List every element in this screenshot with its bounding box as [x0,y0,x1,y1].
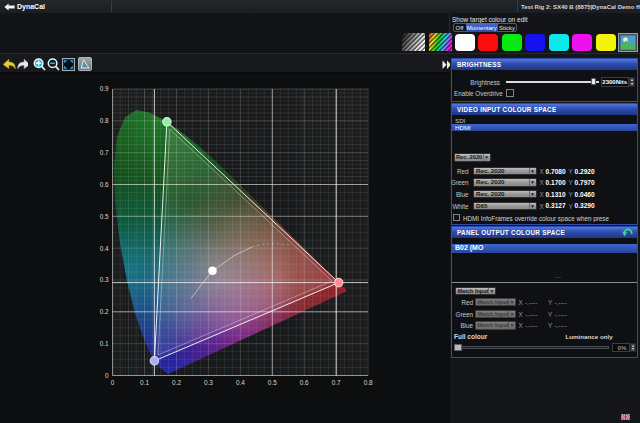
svg-text:0.9: 0.9 [100,85,109,92]
svg-text:0.3: 0.3 [100,276,109,283]
svg-text:0.6: 0.6 [300,379,309,386]
svg-text:0.8: 0.8 [100,117,109,124]
svg-text:0.2: 0.2 [100,308,109,315]
svg-text:0.1: 0.1 [140,379,149,386]
svg-text:0.4: 0.4 [236,379,245,386]
svg-text:0.5: 0.5 [100,213,109,220]
svg-text:0.4: 0.4 [100,245,109,252]
svg-text:0.8: 0.8 [364,379,373,386]
svg-text:0: 0 [105,372,109,379]
svg-text:0.5: 0.5 [268,379,277,386]
svg-text:0.3: 0.3 [204,379,213,386]
svg-text:0.7: 0.7 [332,379,341,386]
svg-text:0.6: 0.6 [100,181,109,188]
svg-text:0.2: 0.2 [172,379,181,386]
svg-text:0.1: 0.1 [100,340,109,347]
svg-text:0.7: 0.7 [100,149,109,156]
svg-text:0: 0 [111,379,115,386]
